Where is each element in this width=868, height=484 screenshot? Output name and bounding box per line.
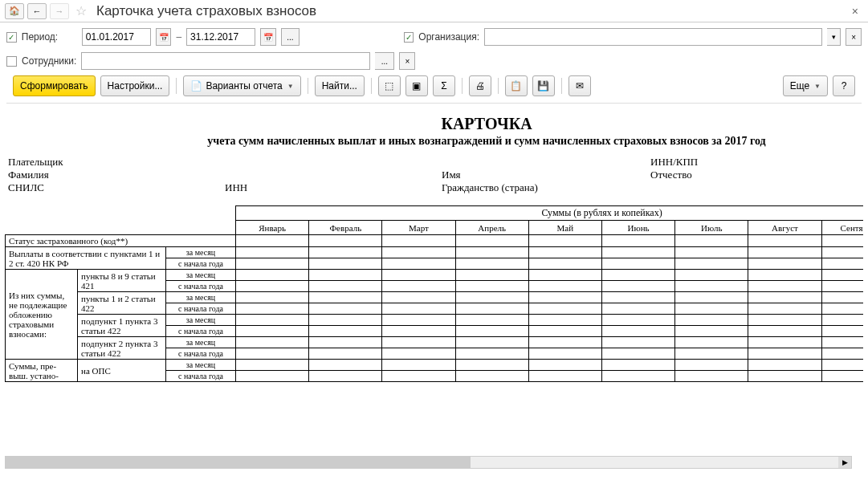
employee-dots-button[interactable]: ... — [375, 52, 394, 70]
sigma-icon: Σ — [441, 80, 446, 92]
period-month: за месяц — [166, 292, 236, 303]
month-header: Май — [528, 221, 601, 235]
period-year: с начала года — [166, 371, 236, 382]
print-icon: 🖨 — [475, 80, 485, 92]
print-button[interactable]: 🖨 — [469, 75, 491, 96]
email-icon: ✉ — [576, 80, 584, 92]
email-button[interactable]: ✉ — [568, 75, 591, 96]
home-button[interactable]: 🏠 — [5, 3, 24, 19]
period-year: с начала года — [166, 326, 236, 337]
separator — [462, 78, 463, 94]
employee-clear-button[interactable]: × — [399, 52, 415, 70]
back-button[interactable]: ← — [27, 3, 47, 19]
excess1: на ОПС — [78, 360, 166, 382]
report-area: КАРТОЧКА учета сумм начисленных выплат и… — [0, 110, 868, 472]
form-button[interactable]: Сформировать — [13, 75, 96, 96]
name-label: Имя — [442, 169, 650, 181]
save-button[interactable]: 💾 — [532, 75, 555, 96]
close-button[interactable]: × — [847, 5, 863, 18]
citizenship-label: Гражданство (страна) — [442, 181, 650, 194]
filters-panel: Период: 📅 – 📅 ... Организация: ▾ × Сотру… — [0, 22, 868, 110]
employee-input[interactable] — [81, 52, 370, 70]
month-header: Сентябрь — [821, 221, 863, 235]
period-checkbox[interactable] — [6, 32, 17, 43]
org-dropdown-icon[interactable]: ▾ — [827, 28, 842, 46]
patronymic-label: Отчество — [650, 169, 863, 181]
titlebar: 🏠 ← → ☆ Карточка учета страховых взносов… — [0, 0, 868, 22]
settings-button[interactable]: Настройки... — [100, 75, 170, 96]
sum-header: Суммы (в рублях и копейках) — [236, 206, 863, 221]
chevron-down-icon: ▼ — [814, 83, 821, 90]
calendar-to-icon[interactable]: 📅 — [260, 28, 276, 46]
period-dots-button[interactable]: ... — [281, 28, 300, 46]
find-button[interactable]: Найти... — [315, 75, 365, 96]
period-year: с начала года — [166, 258, 236, 270]
date-to-input[interactable] — [186, 28, 255, 46]
month-header: Февраль — [309, 221, 382, 235]
period-month: за месяц — [166, 270, 236, 281]
exempt-group: Из них суммы, не подлежащие обложению ст… — [6, 270, 78, 360]
ex2: пункты 1 и 2 статьи 422 — [78, 292, 166, 315]
calendar-from-icon[interactable]: 📅 — [156, 28, 172, 46]
date-dash: – — [176, 31, 181, 43]
forward-button[interactable]: → — [50, 3, 69, 19]
period-label: Период: — [22, 31, 58, 43]
org-label: Организация: — [418, 31, 479, 43]
report-subtitle: учета сумм начисленных выплат и иных воз… — [5, 135, 863, 148]
toolbar: Сформировать Настройки... 📄Варианты отче… — [6, 75, 862, 104]
separator — [176, 78, 177, 94]
document-icon: 📄 — [190, 80, 202, 92]
employee-checkbox[interactable] — [6, 56, 17, 67]
org-clear-button[interactable]: × — [846, 28, 862, 46]
separator — [561, 78, 562, 94]
month-header: Апрель — [455, 221, 528, 235]
horizontal-scrollbar[interactable]: ◀ ▶ — [5, 456, 852, 469]
date-from-input[interactable] — [82, 28, 151, 46]
period-month: за месяц — [166, 337, 236, 348]
preview-button[interactable]: 📋 — [505, 75, 528, 96]
report-title: КАРТОЧКА — [5, 115, 863, 133]
employee-label: Сотрудники: — [22, 55, 76, 67]
expand-button[interactable]: ⬚ — [378, 75, 401, 96]
scroll-right-icon[interactable]: ▶ — [838, 457, 851, 468]
more-label: Еще — [790, 80, 809, 92]
ex3: подпункт 1 пункта 3 статьи 422 — [78, 315, 166, 337]
help-button[interactable]: ? — [833, 75, 855, 96]
collapse-icon: ▣ — [412, 80, 421, 92]
scroll-thumb[interactable] — [6, 457, 471, 468]
surname-label: Фамилия — [8, 169, 225, 181]
more-button[interactable]: Еще▼ — [783, 75, 828, 96]
main-table: Суммы (в рублях и копейках) ЯнварьФеврал… — [5, 205, 863, 382]
month-header: Июнь — [601, 221, 674, 235]
favorite-star-icon[interactable]: ☆ — [75, 3, 87, 18]
window-title: Карточка учета страховых взносов — [96, 3, 316, 19]
ex1: пункты 8 и 9 статьи 421 — [78, 270, 166, 292]
report-header: КАРТОЧКА учета сумм начисленных выплат и… — [5, 115, 863, 148]
separator — [371, 78, 372, 94]
report-scroll[interactable]: КАРТОЧКА учета сумм начисленных выплат и… — [5, 115, 863, 472]
status-row: Статус застрахованного (код**) — [6, 235, 236, 247]
info-block: Плательщик ИНН/КПП Фамилия Имя Отчество … — [5, 156, 863, 194]
period-year: с начала года — [166, 348, 236, 360]
period-month: за месяц — [166, 315, 236, 326]
ex4: подпункт 2 пункта 3 статьи 422 — [78, 337, 166, 360]
month-header: Август — [748, 221, 821, 235]
inn-kpp-label: ИНН/КПП — [650, 156, 863, 169]
month-header: Март — [382, 221, 455, 235]
period-year: с начала года — [166, 303, 236, 315]
month-header: Июль — [675, 221, 748, 235]
month-header: Январь — [236, 221, 309, 235]
row-payments: Выплаты в соответствии с пунктами 1 и 2 … — [6, 247, 166, 270]
org-checkbox[interactable] — [404, 32, 414, 43]
expand-icon: ⬚ — [385, 80, 393, 92]
variants-button[interactable]: 📄Варианты отчета▼ — [183, 75, 300, 96]
collapse-button[interactable]: ▣ — [405, 75, 428, 96]
org-input[interactable] — [484, 28, 822, 46]
payer-label: Плательщик — [8, 156, 225, 169]
excess-group: Суммы, пре-выш. устано- — [6, 360, 78, 382]
preview-icon: 📋 — [510, 80, 522, 92]
snils-label: СНИЛС — [8, 181, 225, 194]
save-icon: 💾 — [537, 80, 549, 92]
separator — [498, 78, 499, 94]
sum-button[interactable]: Σ — [433, 75, 455, 96]
